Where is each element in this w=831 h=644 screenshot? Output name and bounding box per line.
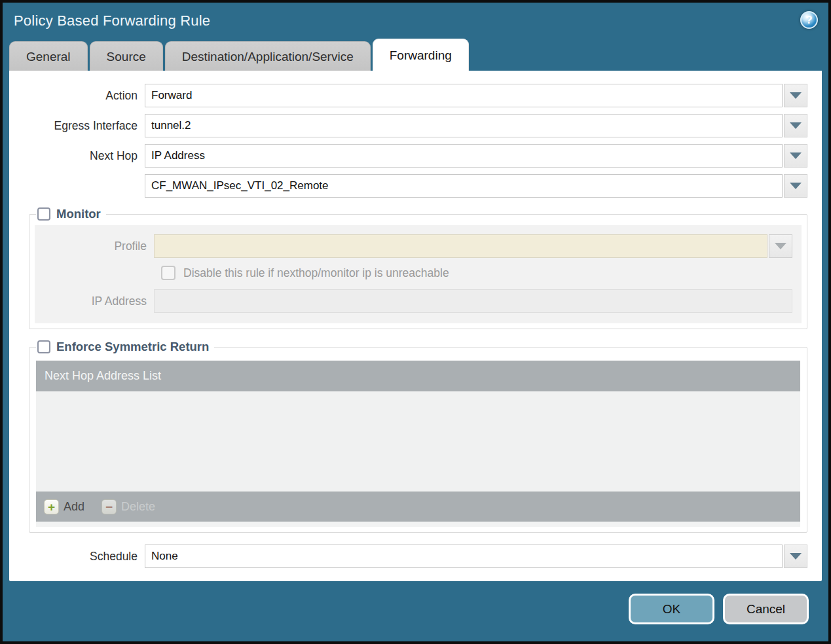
egress-interface-field <box>145 114 807 137</box>
delete-icon: − <box>102 499 117 514</box>
monitor-legend-label: Monitor <box>56 207 101 221</box>
next-hop-address-list-toolbar: + Add − Delete <box>36 492 800 522</box>
next-hop-address-list-header: Next Hop Address List <box>36 361 800 391</box>
next-hop-field <box>145 144 807 168</box>
chevron-down-icon <box>790 122 802 129</box>
monitor-section: Monitor Profile Disable this rule if nex… <box>29 207 807 329</box>
profile-input <box>154 234 767 258</box>
egress-interface-input[interactable] <box>145 114 783 137</box>
chevron-down-icon <box>790 152 802 159</box>
help-icon: ? <box>805 14 812 27</box>
dialog-footer: OK Cancel <box>629 594 809 624</box>
symmetric-return-legend-label: Enforce Symmetric Return <box>56 340 209 354</box>
chevron-down-icon <box>790 183 802 189</box>
monitor-ip-address-row: IP Address <box>35 289 796 313</box>
chevron-down-icon <box>775 243 786 249</box>
tab-destination-application-service[interactable]: Destination/Application/Service <box>165 41 371 71</box>
dialog-title: Policy Based Forwarding Rule <box>14 12 210 29</box>
symmetric-return-legend: Enforce Symmetric Return <box>36 340 214 354</box>
chevron-down-icon <box>790 92 802 99</box>
action-dropdown-button[interactable] <box>784 84 807 107</box>
next-hop-type-input[interactable] <box>145 144 783 168</box>
next-hop-address-row <box>9 174 807 198</box>
profile-label: Profile <box>35 240 154 253</box>
monitor-ip-address-field <box>154 289 792 313</box>
monitor-content: Profile Disable this rule if nexthop/mon… <box>35 225 802 323</box>
chevron-down-icon <box>790 553 802 560</box>
disable-rule-checkbox <box>161 266 175 280</box>
pbf-rule-dialog: Policy Based Forwarding Rule ? General S… <box>0 0 831 644</box>
egress-interface-row: Egress Interface <box>9 114 807 137</box>
ok-button[interactable]: OK <box>629 594 714 624</box>
next-hop-address-list-header-label: Next Hop Address List <box>45 369 161 383</box>
delete-button: − Delete <box>102 499 155 514</box>
delete-button-label: Delete <box>121 500 155 514</box>
egress-interface-label: Egress Interface <box>9 119 145 133</box>
dialog-titlebar: Policy Based Forwarding Rule ? <box>3 3 828 39</box>
next-hop-address-list-body[interactable] <box>36 391 800 492</box>
add-icon: + <box>44 499 59 514</box>
next-hop-dropdown-button[interactable] <box>784 144 807 168</box>
action-label: Action <box>9 89 145 103</box>
schedule-field <box>145 545 807 568</box>
help-button[interactable]: ? <box>800 11 818 29</box>
tab-source[interactable]: Source <box>90 41 163 71</box>
next-hop-address-input[interactable] <box>145 174 783 198</box>
schedule-label: Schedule <box>9 550 145 564</box>
disable-rule-row: Disable this rule if nexthop/monitor ip … <box>161 266 796 280</box>
action-field <box>145 84 807 107</box>
tab-bar: General Source Destination/Application/S… <box>3 39 828 71</box>
action-input[interactable] <box>145 84 783 107</box>
forwarding-tab-panel: Action Egress Interface Next Hop <box>9 71 822 581</box>
tab-general[interactable]: General <box>9 41 88 71</box>
monitor-legend: Monitor <box>36 207 106 221</box>
next-hop-label: Next Hop <box>9 149 145 163</box>
cancel-button[interactable]: Cancel <box>723 594 809 624</box>
profile-field <box>154 234 792 258</box>
next-hop-address-list-table: Next Hop Address List + Add − Delete <box>36 361 800 522</box>
symmetric-return-section: Enforce Symmetric Return Next Hop Addres… <box>29 340 807 533</box>
add-button-label: Add <box>64 500 84 514</box>
egress-interface-dropdown-button[interactable] <box>784 114 807 137</box>
action-row: Action <box>9 84 807 107</box>
disable-rule-label: Disable this rule if nexthop/monitor ip … <box>183 266 449 280</box>
monitor-checkbox[interactable] <box>37 207 50 221</box>
monitor-ip-address-input <box>154 289 792 313</box>
next-hop-address-field <box>145 174 807 198</box>
profile-row: Profile <box>35 234 796 258</box>
monitor-ip-address-label: IP Address <box>35 295 154 308</box>
profile-dropdown-button <box>769 234 792 258</box>
tab-forwarding[interactable]: Forwarding <box>373 39 469 71</box>
add-button[interactable]: + Add <box>44 499 84 514</box>
next-hop-address-dropdown-button[interactable] <box>784 174 807 198</box>
schedule-row: Schedule <box>9 545 807 568</box>
schedule-dropdown-button[interactable] <box>784 545 807 568</box>
schedule-input[interactable] <box>145 545 783 568</box>
symmetric-return-checkbox[interactable] <box>37 340 50 353</box>
table-bottom-strip <box>36 522 800 527</box>
next-hop-row: Next Hop <box>9 144 807 168</box>
